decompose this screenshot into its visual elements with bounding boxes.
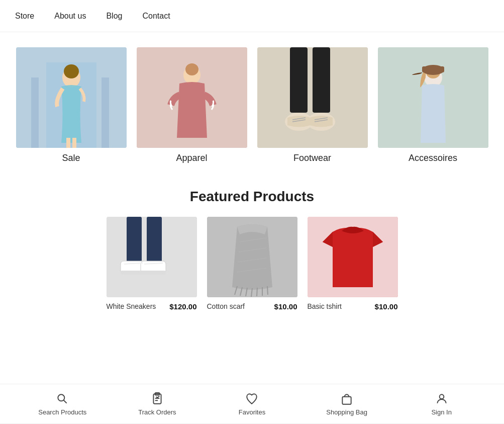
categories-section: Sale Apparel [0,32,504,179]
bottom-nav-favorites[interactable]: Favorites [227,392,277,416]
bag-icon [340,392,353,405]
category-accessoires[interactable]: Accessoires [378,47,488,163]
featured-section: Featured Products [0,179,504,331]
svg-rect-25 [422,66,444,72]
svg-line-42 [267,286,268,295]
product-white-sneakers-name: White Sneakers [107,302,156,310]
svg-rect-6 [66,138,70,148]
svg-rect-3 [102,77,109,148]
category-footwear-label: Footwear [293,153,331,163]
clipboard-icon [151,392,164,405]
category-sale[interactable]: Sale [16,47,127,163]
bottom-nav-search[interactable]: Search Products [37,392,87,416]
svg-rect-28 [147,217,162,262]
category-accessoires-label: Accessoires [409,153,457,163]
bottom-nav-shopping-bag[interactable]: Shopping Bag [322,392,372,416]
category-apparel-label: Apparel [176,153,207,163]
svg-point-5 [64,64,79,78]
svg-rect-32 [141,271,166,275]
svg-line-49 [64,400,67,403]
nav-contact[interactable]: Contact [142,12,170,21]
bottom-nav-track-orders-label: Track Orders [138,408,176,416]
heart-icon [245,392,258,405]
svg-rect-14 [313,47,330,113]
bottom-nav-shopping-bag-label: Shopping Bag [326,408,367,416]
featured-title: Featured Products [20,189,484,205]
products-grid: White Sneakers $120.00 [20,217,484,311]
svg-point-10 [185,63,198,75]
product-cotton-scarf-name: Cotton scarf [207,302,245,310]
bottom-nav-track-orders[interactable]: Track Orders [132,392,182,416]
svg-point-55 [439,394,444,399]
svg-rect-2 [31,77,39,148]
product-white-sneakers[interactable]: White Sneakers $120.00 [107,217,197,311]
bottom-nav-favorites-label: Favorites [239,408,265,416]
bottom-nav-sign-in[interactable]: Sign In [417,392,467,416]
product-basic-tshirt-name: Basic tshirt [308,302,342,310]
svg-rect-54 [342,396,351,404]
svg-rect-7 [72,138,76,148]
nav-blog[interactable]: Blog [106,12,122,21]
svg-rect-27 [127,217,142,262]
product-cotton-scarf-price: $10.00 [274,302,297,311]
product-basic-tshirt[interactable]: Basic tshirt $10.00 [308,217,398,311]
category-sale-label: Sale [62,153,80,163]
product-cotton-scarf[interactable]: Cotton scarf $10.00 [207,217,297,311]
product-white-sneakers-price: $120.00 [169,302,196,311]
nav-store[interactable]: Store [15,12,34,21]
svg-rect-11 [187,82,197,88]
bottom-nav: Search Products Track Orders Favorites S… [0,384,504,424]
nav-about-us[interactable]: About us [54,12,86,21]
svg-rect-13 [290,47,308,113]
main-nav: Store About us Blog Contact [0,0,504,32]
svg-line-40 [257,288,257,296]
bottom-nav-search-label: Search Products [38,408,86,416]
svg-point-48 [58,394,65,401]
product-basic-tshirt-price: $10.00 [375,302,398,311]
category-footwear[interactable]: Footwear [257,47,368,163]
search-icon [56,392,69,405]
user-icon [435,392,448,405]
category-apparel[interactable]: Apparel [137,47,247,163]
bottom-nav-sign-in-label: Sign In [431,408,451,416]
